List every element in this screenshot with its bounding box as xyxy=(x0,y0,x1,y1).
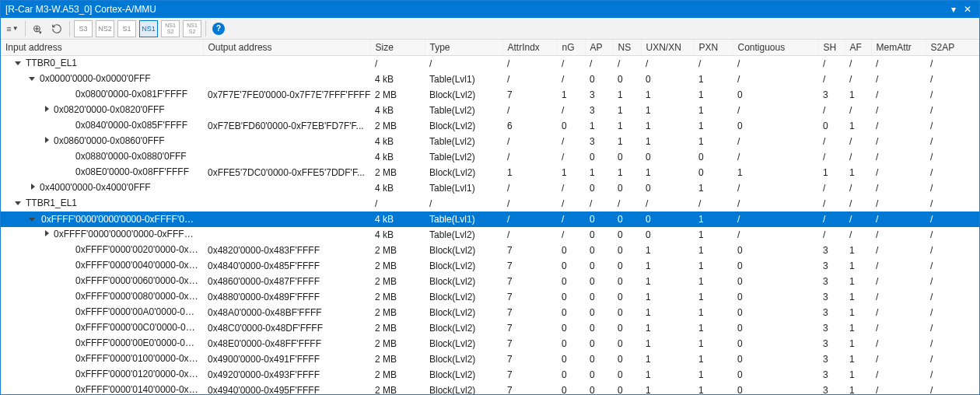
mmu-table-scroll[interactable]: Input addressOutput addressSizeTypeAttrI… xyxy=(1,40,979,395)
table-row[interactable]: 0x0880'0000-0x0880'0FFF4 kBTable(Lvl2)//… xyxy=(1,149,979,165)
table-row[interactable]: 0x0800'0000-0x081F'FFFF0x7F7E'7FE0'0000-… xyxy=(1,87,979,103)
cell-input: 0xFFFF'0000'00A0'0000-0xFFFF'0000'0 xyxy=(1,305,203,320)
chevron-right-icon[interactable] xyxy=(43,137,51,145)
table-row[interactable]: 0x0840'0000-0x085F'FFFF0xF7EB'FD60'0000-… xyxy=(1,118,979,134)
cell-type: Block(Lvl2) xyxy=(425,336,502,351)
table-row[interactable]: 0xFFFF'0000'00A0'0000-0xFFFF'0000'00x48A… xyxy=(1,305,979,320)
cell-ns: 1 xyxy=(613,134,641,149)
col-header-attr[interactable]: AttrIndx xyxy=(502,40,557,56)
cell-uxn: 1 xyxy=(641,289,694,305)
cell-ns: 1 xyxy=(613,165,641,180)
table-row[interactable]: 0xFFFF'0000'0140'0000-0xFFFF'0000'00x494… xyxy=(1,383,979,396)
cell-memattr: / xyxy=(871,274,926,289)
cell-ns: 1 xyxy=(613,103,641,118)
cell-attr: 7 xyxy=(502,258,557,274)
cell-sh: 1 xyxy=(818,165,845,180)
cell-size: 4 kB xyxy=(370,211,425,227)
cell-output: 0x48A0'0000-0x48BF'FFFF xyxy=(203,305,370,320)
close-icon[interactable]: ✕ xyxy=(961,2,975,16)
col-header-input[interactable]: Input address xyxy=(1,40,203,56)
cell-type: / xyxy=(425,56,502,72)
table-row[interactable]: 0xFFFF'0000'0120'0000-0xFFFF'0000'00x492… xyxy=(1,367,979,383)
cell-sh: 3 xyxy=(818,305,845,320)
cell-uxn: 0 xyxy=(641,211,694,227)
table-row[interactable]: 0x4000'0000-0x4000'0FFF4 kBTable(Lvl1)//… xyxy=(1,180,979,196)
chevron-down-icon[interactable] xyxy=(15,59,23,67)
chevron-right-icon[interactable] xyxy=(29,184,37,191)
minimize-icon[interactable]: ▾ xyxy=(947,2,961,16)
table-row[interactable]: 0xFFFF'0000'0000'0000-0xFFFF'0000'04 kBT… xyxy=(1,227,979,243)
col-header-af[interactable]: AF xyxy=(845,40,871,56)
col-header-pxn[interactable]: PXN xyxy=(694,40,733,56)
col-header-s2ap[interactable]: S2AP xyxy=(926,40,979,56)
cell-memattr: / xyxy=(871,103,926,118)
table-row[interactable]: 0x0000'0000-0x0000'0FFF4 kBTable(Lvl1)//… xyxy=(1,72,979,87)
mode-button-ns1s2[interactable]: NS1S2 xyxy=(183,20,201,37)
cell-s2ap: / xyxy=(926,336,979,351)
cell-size: 4 kB xyxy=(370,180,425,196)
mode-button-s1[interactable]: S1 xyxy=(117,20,136,37)
col-header-ng[interactable]: nG xyxy=(557,40,585,56)
col-header-output[interactable]: Output address xyxy=(203,40,370,56)
table-row[interactable]: 0xFFFF'0000'0100'0000-0xFFFF'0000'00x490… xyxy=(1,351,979,367)
col-header-memattr[interactable]: MemAttr xyxy=(871,40,926,56)
cell-af: 1 xyxy=(845,305,871,320)
cell-ap: 0 xyxy=(585,351,613,367)
table-row[interactable]: 0xFFFF'0000'0000'0000-0xFFFF'0000'0004 k… xyxy=(1,211,979,227)
table-row[interactable]: 0xFFFF'0000'0080'0000-0xFFFF'0000'00x488… xyxy=(1,289,979,305)
cell-type: Block(Lvl2) xyxy=(425,367,502,383)
cell-type: Table(Lvl1) xyxy=(425,180,502,196)
cell-s2ap: / xyxy=(926,211,979,227)
cell-ng: / xyxy=(557,227,585,243)
cell-ap: 0 xyxy=(585,180,613,196)
cell-pxn: 1 xyxy=(694,211,733,227)
refresh-button[interactable] xyxy=(48,20,65,37)
cell-size: 2 MB xyxy=(370,258,425,274)
col-header-size[interactable]: Size xyxy=(370,40,425,56)
mode-button-s3[interactable]: S3 xyxy=(74,20,93,37)
mode-button-ns1s2[interactable]: NS1S2 xyxy=(161,20,180,37)
cell-ns: 0 xyxy=(613,258,641,274)
input-address-label: 0x4000'0000-0x4000'0FFF xyxy=(40,182,151,193)
chevron-down-icon[interactable] xyxy=(29,215,37,223)
col-header-uxn[interactable]: UXN/XN xyxy=(641,40,694,56)
cell-uxn: 1 xyxy=(641,367,694,383)
col-header-type[interactable]: Type xyxy=(425,40,502,56)
cell-input: TTBR1_EL1 xyxy=(1,196,203,211)
table-row[interactable]: 0x08E0'0000-0x08FF'FFFF0xFFE5'7DC0'0000-… xyxy=(1,165,979,180)
table-row[interactable]: 0xFFFF'0000'00C0'0000-0xFFFF'0000'00x48C… xyxy=(1,320,979,336)
cell-output xyxy=(203,72,370,87)
help-button[interactable]: ? xyxy=(210,20,227,37)
cell-af: 1 xyxy=(845,118,871,134)
chevron-right-icon[interactable] xyxy=(43,230,51,238)
chevron-right-icon[interactable] xyxy=(43,106,51,114)
input-address-label: 0x0880'0000-0x0880'0FFF xyxy=(75,151,187,162)
table-row[interactable]: 0xFFFF'0000'0040'0000-0xFFFF'0000'00x484… xyxy=(1,258,979,274)
cell-output: 0x4940'0000-0x495F'FFFF xyxy=(203,383,370,396)
menu-button[interactable]: ≡▼ xyxy=(4,20,21,37)
col-header-contig[interactable]: Contiguous xyxy=(733,40,818,56)
chevron-down-icon[interactable] xyxy=(29,75,37,82)
cell-input: 0xFFFF'0000'00C0'0000-0xFFFF'0000'0 xyxy=(1,320,203,336)
chevron-down-icon[interactable] xyxy=(15,199,23,207)
cell-memattr: / xyxy=(871,180,926,196)
cell-ap: / xyxy=(585,56,613,72)
mode-button-ns2[interactable]: NS2 xyxy=(96,20,114,37)
table-row[interactable]: 0xFFFF'0000'0020'0000-0xFFFF'0000'00x482… xyxy=(1,243,979,258)
cell-size: 2 MB xyxy=(370,383,425,396)
cell-memattr: / xyxy=(871,289,926,305)
table-row[interactable]: 0x0820'0000-0x0820'0FFF4 kBTable(Lvl2)//… xyxy=(1,103,979,118)
col-header-ns[interactable]: NS xyxy=(613,40,641,56)
target-button[interactable]: ⊕▾ xyxy=(30,20,47,37)
table-row[interactable]: 0xFFFF'0000'00E0'0000-0xFFFF'0000'00x48E… xyxy=(1,336,979,351)
table-row[interactable]: 0x0860'0000-0x0860'0FFF4 kBTable(Lvl2)//… xyxy=(1,134,979,149)
col-header-ap[interactable]: AP xyxy=(585,40,613,56)
cell-sh: 3 xyxy=(818,336,845,351)
cell-pxn: 1 xyxy=(694,72,733,87)
table-row[interactable]: 0xFFFF'0000'0060'0000-0xFFFF'0000'00x486… xyxy=(1,274,979,289)
table-row[interactable]: TTBR0_EL1///////////// xyxy=(1,56,979,72)
mode-button-ns1[interactable]: NS1 xyxy=(139,20,158,37)
cell-memattr: / xyxy=(871,165,926,180)
table-row[interactable]: TTBR1_EL1///////////// xyxy=(1,196,979,211)
col-header-sh[interactable]: SH xyxy=(818,40,845,56)
